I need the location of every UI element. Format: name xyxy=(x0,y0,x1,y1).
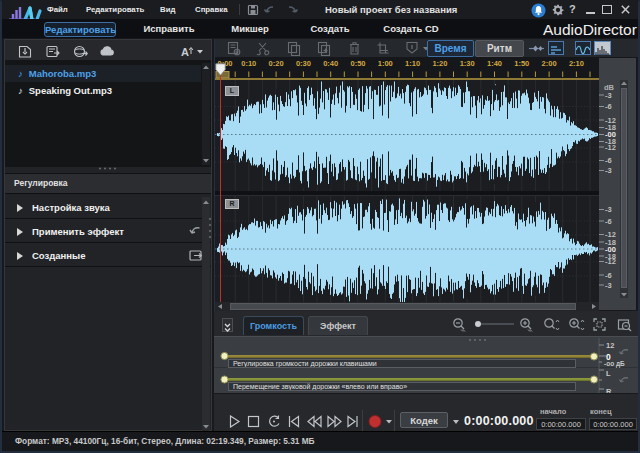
svg-text:A: A xyxy=(181,46,189,58)
